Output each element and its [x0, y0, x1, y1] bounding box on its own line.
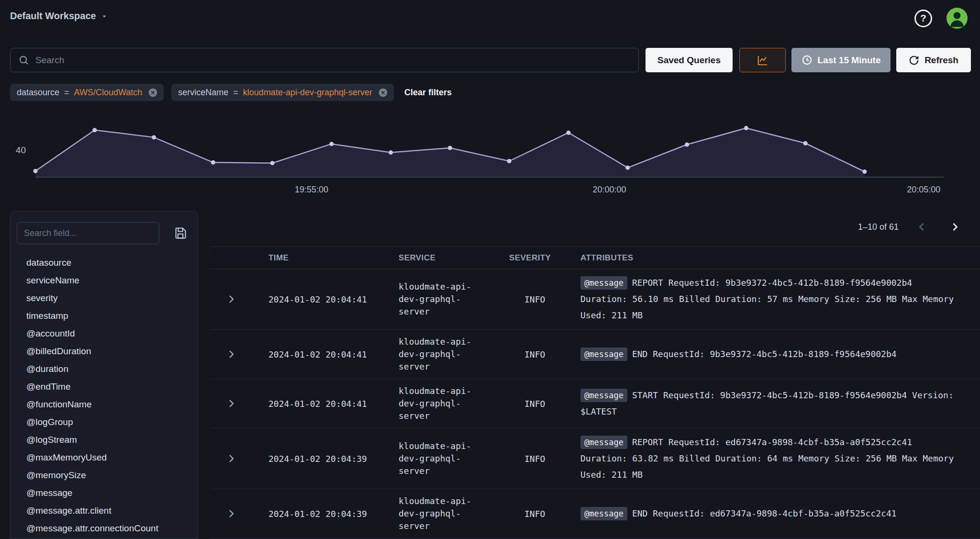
cell-time: 2024-01-02 20:04:41 [251, 349, 385, 359]
remove-filter-icon[interactable] [148, 88, 158, 98]
clock-icon [802, 55, 813, 66]
field-item[interactable]: datasource [11, 254, 198, 271]
cell-attributes: @messageREPORT RequestId: ed67347a-9898-… [567, 434, 980, 483]
field-item[interactable]: @message [11, 484, 198, 502]
chart-data-point [744, 126, 748, 130]
remove-filter-icon[interactable] [378, 88, 388, 98]
topbar-actions: ? [914, 8, 968, 29]
field-item[interactable]: @endTime [11, 378, 198, 395]
filter-chip[interactable]: serviceName=kloudmate-api-dev-graphql-se… [171, 84, 394, 101]
cell-severity: INFO [496, 454, 567, 464]
workspace-name: Default Workspace [10, 11, 96, 22]
field-item[interactable]: serviceName [11, 271, 198, 289]
trend-chart-svg [35, 115, 944, 178]
search-input[interactable] [35, 55, 631, 66]
column-header-severity: SEVERITY [496, 253, 567, 263]
field-item[interactable]: severity [11, 289, 198, 307]
refresh-icon [909, 55, 919, 66]
cell-attributes: @messageEND RequestId: ed67347a-9898-4cb… [567, 505, 980, 522]
filter-key: serviceName [178, 88, 228, 98]
chart-data-point [685, 143, 689, 147]
refresh-button[interactable]: Refresh [896, 48, 971, 72]
expand-row-button[interactable] [225, 398, 237, 409]
chart-data-point [862, 169, 867, 174]
field-item[interactable]: @logStream [11, 431, 198, 449]
table-row: 2024-01-02 20:04:39kloudmate-api-dev-gra… [211, 428, 980, 489]
filter-operator: = [233, 88, 238, 98]
cell-service: kloudmate-api-dev-graphql-server [385, 281, 496, 318]
chart-data-point [270, 161, 275, 165]
help-icon[interactable]: ? [914, 10, 932, 27]
prev-page-button[interactable] [911, 216, 932, 237]
field-item[interactable]: @logGroup [11, 413, 198, 431]
chart-data-point [507, 159, 512, 163]
message-key-badge: @message [580, 389, 627, 402]
field-search-input[interactable] [17, 222, 159, 244]
log-table-body: 2024-01-02 20:04:41kloudmate-api-dev-gra… [211, 269, 980, 539]
filter-value: kloudmate-api-dev-graphql-server [243, 88, 372, 98]
chart-data-point [625, 166, 630, 170]
cell-service: kloudmate-api-dev-graphql-server [385, 336, 496, 373]
log-table: TIME SERVICE SEVERITY ATTRIBUTES 2024-01… [211, 247, 980, 539]
field-list: datasourceserviceNameseveritytimestamp@a… [11, 254, 198, 539]
chart-plot: 19:55:0020:00:0020:05:00 [35, 115, 944, 178]
next-page-button[interactable] [945, 216, 966, 237]
cell-attributes: @messageREPORT RequestId: 9b3e9372-4bc5-… [567, 275, 980, 324]
table-row: 2024-01-02 20:04:39kloudmate-api-dev-gra… [211, 489, 980, 539]
filter-value: AWS/CloudWatch [74, 88, 143, 98]
field-item[interactable]: @accountId [11, 325, 198, 342]
expand-cell [211, 348, 251, 360]
message-text: START RequestId: 9b3e9372-4bc5-412b-8189… [580, 390, 954, 416]
field-item[interactable]: @memorySize [11, 466, 198, 484]
column-header-attributes: ATTRIBUTES [567, 253, 980, 263]
table-header: TIME SERVICE SEVERITY ATTRIBUTES [211, 247, 980, 269]
table-row: 2024-01-02 20:04:41kloudmate-api-dev-gra… [211, 269, 980, 330]
expand-cell [211, 453, 251, 464]
message-text: REPORT RequestId: 9b3e9372-4bc5-412b-818… [580, 278, 954, 320]
filter-chips: datasource=AWS/CloudWatchserviceName=klo… [10, 84, 394, 101]
filter-chips-row: datasource=AWS/CloudWatchserviceName=klo… [10, 84, 452, 101]
save-fields-icon[interactable] [174, 226, 187, 240]
expand-row-button[interactable] [225, 453, 237, 464]
chart-data-point [803, 141, 808, 146]
chart-data-point [33, 169, 38, 173]
chart-toggle-button[interactable] [739, 48, 786, 72]
search-bar [10, 48, 639, 72]
message-key-badge: @message [580, 276, 627, 290]
field-item[interactable]: @message.attr.connectionCount [11, 519, 198, 537]
cell-severity: INFO [496, 399, 567, 409]
cell-service: kloudmate-api-dev-graphql-server [385, 495, 496, 532]
user-avatar[interactable] [947, 8, 968, 29]
expand-cell [211, 293, 251, 305]
field-item[interactable]: timestamp [11, 307, 198, 325]
field-item[interactable]: @functionName [11, 395, 198, 413]
field-item[interactable]: @maxMemoryUsed [11, 449, 198, 466]
time-range-button[interactable]: Last 15 Minute [791, 48, 891, 72]
workspace-switcher[interactable]: Default Workspace [10, 11, 108, 22]
saved-queries-button[interactable]: Saved Queries [646, 48, 733, 72]
person-icon [947, 8, 968, 29]
log-volume-chart: 40 19:55:0020:00:0020:05:00 [0, 115, 980, 203]
message-key-badge: @message [580, 436, 627, 449]
column-header-service: SERVICE [385, 253, 496, 263]
field-item[interactable]: @message.attr.client [11, 502, 198, 519]
expand-row-button[interactable] [225, 293, 237, 305]
cell-service: kloudmate-api-dev-graphql-server [385, 385, 496, 422]
message-text: END RequestId: 9b3e9372-4bc5-412b-8189-f… [632, 349, 897, 359]
cell-attributes: @messageSTART RequestId: 9b3e9372-4bc5-4… [567, 387, 980, 420]
message-key-badge: @message [580, 348, 627, 361]
expand-row-button[interactable] [225, 508, 237, 519]
expand-cell [211, 508, 251, 519]
chevron-down-icon [101, 13, 108, 20]
cell-severity: INFO [496, 509, 567, 519]
chart-data-point [389, 150, 393, 155]
clear-filters-button[interactable]: Clear filters [404, 88, 452, 98]
expand-row-button[interactable] [225, 348, 237, 360]
chart-data-point [566, 131, 570, 135]
table-row: 2024-01-02 20:04:41kloudmate-api-dev-gra… [211, 330, 980, 379]
field-item[interactable]: @duration [11, 360, 198, 378]
cell-time: 2024-01-02 20:04:41 [251, 294, 385, 304]
field-item[interactable]: @billedDuration [11, 342, 198, 360]
filter-chip[interactable]: datasource=AWS/CloudWatch [10, 84, 164, 101]
cell-time: 2024-01-02 20:04:39 [251, 509, 385, 519]
